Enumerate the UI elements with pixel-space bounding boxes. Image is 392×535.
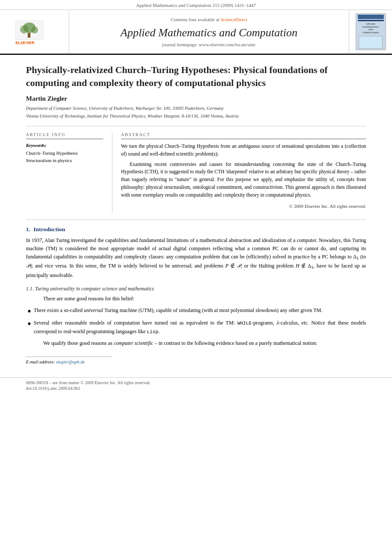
issn-text: 0096-3003/$ – see front matter © 2009 El… xyxy=(26,380,366,385)
subsection-1-1-title: 1.1. Turing universality in computer sci… xyxy=(26,286,366,292)
cover-thumb-text: APPLIED MATHEMATICS AND COMPUTATION xyxy=(361,22,379,35)
journal-header: ELSEVIER Contents lists available at Sci… xyxy=(0,10,392,55)
sciencedirect-link[interactable]: ScienceDirect xyxy=(220,17,247,22)
author-name: Martin Ziegler xyxy=(26,95,366,102)
bullet-content-1: There exists a so-called universal Turin… xyxy=(34,306,366,315)
citation-text: Applied Mathematics and Computation 215 … xyxy=(136,3,256,8)
closing-para-text: We qualify those good reasons as compute… xyxy=(26,339,366,347)
bullet-item-2: ● Several other reasonable models of com… xyxy=(26,319,366,336)
intro-body-content: In 1937, Alan Turing investigated the ca… xyxy=(26,237,366,278)
article-info-col: ARTICLE INFO Keywords: Church–Turing Hyp… xyxy=(26,132,112,213)
keyword-2: Structuralism in physics xyxy=(26,157,103,165)
abstract-col: ABSTRACT We turn the physical Church–Tur… xyxy=(112,132,366,213)
journal-title: Applied Mathematics and Computation xyxy=(121,26,297,39)
article-info-heading: ARTICLE INFO xyxy=(26,132,103,139)
top-citation-bar: Applied Mathematics and Computation 215 … xyxy=(0,0,392,10)
bullet-list: ● There exists a so-called universal Tur… xyxy=(26,306,366,336)
svg-text:ELSEVIER: ELSEVIER xyxy=(16,40,35,45)
keywords-label: Keywords: xyxy=(26,143,103,148)
intro-body-text: In 1937, Alan Turing investigated the ca… xyxy=(26,236,366,280)
abstract-para-2: Examining recent controversies and cause… xyxy=(121,161,366,199)
good-reasons-intro: There are some good reasons for this bel… xyxy=(26,295,366,303)
cover-thumbnail: APPLIED MATHEMATICS AND COMPUTATION xyxy=(356,13,386,50)
keywords-list: Church–Turing Hypothesis Structuralism i… xyxy=(26,150,103,165)
footnote-area: E-mail address: ziegler@upb.de xyxy=(26,357,112,364)
section-1-header: 1. Introduction xyxy=(26,226,366,233)
svg-point-2 xyxy=(20,25,28,33)
paper-title: Physically-relativized Church–Turing Hyp… xyxy=(26,64,366,89)
bottom-bar: 0096-3003/$ – see front matter © 2009 El… xyxy=(0,377,392,393)
main-content: Physically-relativized Church–Turing Hyp… xyxy=(0,55,392,377)
keyword-1: Church–Turing Hypothesis xyxy=(26,150,103,157)
divider-2 xyxy=(26,220,366,220)
affiliation-1: Department of Computer Science, Universi… xyxy=(26,105,366,112)
journal-title-area: Contents lists available at ScienceDirec… xyxy=(69,10,349,54)
abstract-text: We turn the physical Church–Turing Hypot… xyxy=(121,143,366,210)
bullet-dot-1: ● xyxy=(26,306,34,315)
svg-rect-4 xyxy=(28,33,30,38)
affiliation-2: Vienna University of Technology, Institu… xyxy=(26,113,366,120)
abstract-para-1: We turn the physical Church–Turing Hypot… xyxy=(121,143,366,158)
bullet-content-2: Several other reasonable models of compu… xyxy=(34,319,366,336)
journal-homepage: journal homepage: www.elsevier.com/locat… xyxy=(162,42,256,47)
cover-thumbnail-area: APPLIED MATHEMATICS AND COMPUTATION xyxy=(349,10,392,54)
doi-text: doi:10.1016/j.amc.2009.04.062 xyxy=(26,386,366,391)
section-title: Introduction xyxy=(34,226,65,232)
footnote-email[interactable]: ziegler@upb.de xyxy=(56,360,85,364)
article-meta-section: ARTICLE INFO Keywords: Church–Turing Hyp… xyxy=(26,132,366,213)
sciencedirect-line: Contents lists available at ScienceDirec… xyxy=(171,17,247,22)
elsevier-logo-area: ELSEVIER xyxy=(0,10,69,54)
subsection-title-text: Turing universality in computer science … xyxy=(35,286,154,292)
svg-point-3 xyxy=(31,26,38,33)
abstract-heading: ABSTRACT xyxy=(121,132,366,139)
closing-para: We qualify those good reasons as compute… xyxy=(26,339,366,347)
section-number: 1. xyxy=(26,226,32,232)
copyright-line: © 2009 Elsevier Inc. All rights reserved… xyxy=(121,203,366,210)
footnote-text: E-mail address: ziegler@upb.de xyxy=(26,360,112,364)
bullet-dot-2: ● xyxy=(26,319,34,328)
divider-1 xyxy=(26,126,366,126)
bullet-item-1: ● There exists a so-called universal Tur… xyxy=(26,306,366,315)
elsevier-logo-svg: ELSEVIER xyxy=(9,19,61,45)
